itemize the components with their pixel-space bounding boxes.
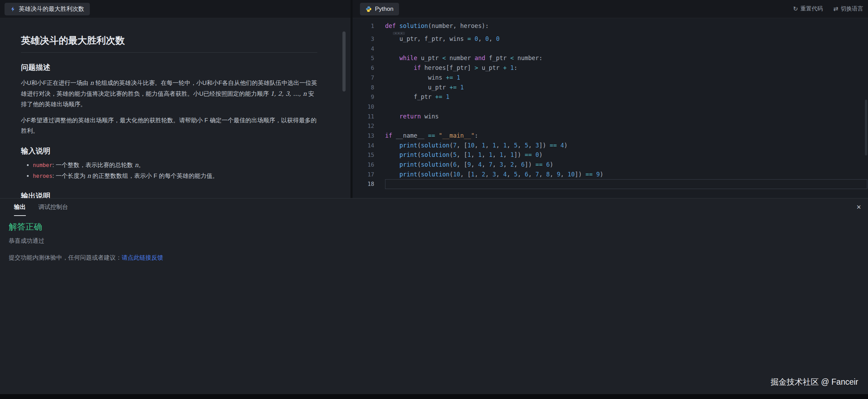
code-token: heroes[f_ptr]: [421, 64, 475, 71]
code-token: <: [510, 55, 514, 61]
python-icon: [366, 6, 372, 12]
code-token: and: [475, 55, 485, 61]
code-line[interactable]: 10: [353, 102, 868, 112]
code-token: +=: [446, 74, 453, 81]
code-token: ==: [550, 142, 557, 149]
line-number: 12: [353, 121, 374, 131]
code-line[interactable]: 13if __name__ == "__main__":: [353, 131, 868, 141]
code-line[interactable]: 7 wins += 1: [353, 73, 868, 83]
language-tab[interactable]: Python: [360, 3, 399, 15]
code-line[interactable]: 15 print(solution(5, [1, 1, 1, 1, 1]) ==…: [353, 150, 868, 160]
code-editor[interactable]: 1def solution(number, heroes):···3 u_ptr…: [353, 18, 868, 198]
code-line[interactable]: 8 u_ptr += 1: [353, 83, 868, 93]
feedback-text: 提交功能内测体验中，任何问题或者建议：: [9, 254, 122, 261]
code-token: >: [475, 64, 478, 71]
code-token: (: [449, 171, 453, 178]
code-token: solution: [421, 171, 449, 178]
code-token: 9: [468, 161, 471, 168]
code-token: , [: [460, 171, 471, 178]
code-token: wins: [421, 113, 439, 120]
code-token: return: [399, 113, 421, 120]
code-token: 9: [596, 171, 600, 178]
reset-code-button[interactable]: ↻ 重置代码: [793, 5, 823, 13]
code-token: def: [385, 22, 399, 29]
code-token: if: [385, 132, 392, 139]
code-token: 6: [453, 161, 457, 168]
code-line[interactable]: 11 return wins: [353, 112, 868, 122]
code-fold-line[interactable]: ···: [353, 31, 868, 34]
section-heading-output: 输出说明: [21, 191, 317, 198]
problem-icon: [10, 6, 16, 12]
code-token: ,: [471, 161, 478, 168]
code-token: ,: [518, 171, 525, 178]
code-line[interactable]: 3 u_ptr, f_ptr, wins = 0, 0, 0: [353, 34, 868, 44]
problem-topbar: 英雄决斗的最大胜利次数: [0, 0, 350, 18]
code-token: ==: [535, 161, 542, 168]
code-token: ,: [550, 171, 557, 178]
output-panel-header: 输出 调试控制台 ×: [0, 198, 868, 216]
code-line[interactable]: 6 if heroes[f_ptr] > u_ptr + 1:: [353, 63, 868, 73]
code-token: 9: [557, 171, 560, 178]
code-token: ,: [539, 171, 546, 178]
code-token: 5: [514, 171, 518, 178]
code-token: 10: [567, 171, 574, 178]
code-token: :: [514, 64, 518, 71]
result-block: 解答正确 恭喜成功通过 提交功能内测体验中，任何问题或者建议：请点此链接反馈: [0, 221, 868, 262]
feedback-link[interactable]: 请点此链接反馈: [122, 254, 163, 261]
code-line[interactable]: 9 f_ptr += 1: [353, 92, 868, 102]
problem-tab[interactable]: 英雄决斗的最大胜利次数: [5, 3, 90, 15]
problem-paragraph-2: 小F希望通过调整他的英雄出场顺序，最大化他的获胜轮数。请帮助小 F 确定一个最佳…: [21, 115, 317, 136]
code-token: 3: [500, 161, 503, 168]
code-token: ): [550, 161, 553, 168]
code-token: , [: [457, 142, 468, 149]
code-token: [385, 161, 399, 168]
code-token: +=: [435, 93, 442, 100]
code-line[interactable]: 5 while u_ptr < number and f_ptr < numbe…: [353, 53, 868, 63]
text-run: : 一个整数，表示比赛的总轮数: [52, 162, 135, 168]
code-token: [457, 84, 460, 91]
code-token: if: [414, 64, 421, 71]
input-list: number: 一个整数，表示比赛的总轮数 n。 heroes: 一个长度为 n…: [21, 160, 317, 181]
code-token: wins: [385, 74, 446, 81]
code-token: ,: [507, 142, 514, 149]
code-token: ,: [560, 171, 567, 178]
close-icon[interactable]: ×: [856, 203, 861, 211]
code-text: while u_ptr < number and f_ptr < number:: [385, 53, 867, 63]
code-line[interactable]: 18: [353, 179, 868, 189]
code-lines: 1def solution(number, heroes):···3 u_ptr…: [353, 21, 868, 189]
section-heading-input: 输入说明: [21, 146, 317, 155]
code-token: print: [399, 171, 417, 178]
code-token: 1: [482, 142, 485, 149]
code-line[interactable]: 4: [353, 44, 868, 54]
tab-output[interactable]: 输出: [14, 198, 26, 216]
code-token: 1: [510, 64, 514, 71]
line-number: 18: [353, 179, 374, 189]
math-var: 1, 2, 3, …, n: [270, 90, 307, 97]
code-token: ,: [518, 142, 525, 149]
code-line[interactable]: 17 print(solution(10, [1, 2, 3, 4, 5, 6,…: [353, 170, 868, 180]
code-token: 1: [478, 151, 482, 158]
problem-scrollbar-thumb[interactable]: [342, 31, 346, 92]
switch-language-button[interactable]: ⇄ 切换语言: [833, 5, 863, 13]
code-token: 6: [521, 161, 525, 168]
code-token: f_ptr: [485, 55, 511, 61]
problem-panel[interactable]: 英雄决斗的最大胜利次数 问题描述 小U和小F正在进行一场由 n 轮组成的英雄决斗…: [0, 18, 350, 198]
line-number: 4: [353, 44, 374, 54]
code-text: print(solution(5, [1, 1, 1, 1, 1]) == 0): [385, 150, 867, 160]
code-token: [593, 171, 596, 178]
text-run: 。: [138, 162, 144, 168]
code-token: [507, 64, 510, 71]
tab-debug-console[interactable]: 调试控制台: [38, 198, 68, 216]
line-number: 8: [353, 83, 374, 93]
editor-scrollbar-thumb[interactable]: [865, 100, 867, 155]
code-line[interactable]: 16 print(solution(6, [9, 4, 7, 3, 2, 6])…: [353, 160, 868, 170]
code-line[interactable]: 14 print(solution(7, [10, 1, 1, 1, 5, 5,…: [353, 141, 868, 151]
editor-topbar: Python ↻ 重置代码 ⇄ 切换语言: [353, 0, 868, 18]
code-token: (: [449, 161, 453, 168]
code-token: 3: [535, 142, 539, 149]
code-line[interactable]: 1def solution(number, heroes):: [353, 21, 868, 31]
line-number: 1: [353, 21, 374, 31]
code-line[interactable]: 12: [353, 121, 868, 131]
code-token: ,: [485, 171, 492, 178]
code-token: solution: [421, 151, 449, 158]
